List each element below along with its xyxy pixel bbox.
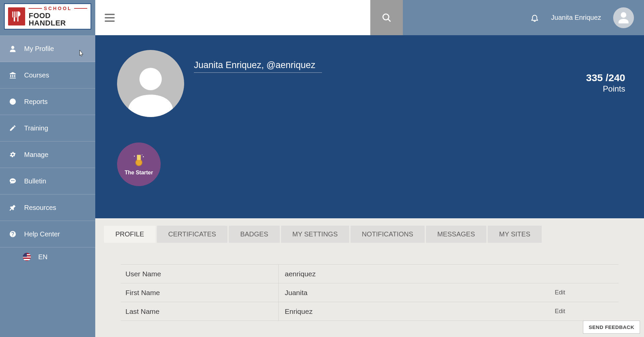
badge-label: The Starter xyxy=(125,170,153,176)
svg-rect-2 xyxy=(15,11,16,17)
sidebar: SCHOOL FOOD HANDLER My Profile Courses R… xyxy=(0,0,95,337)
topbar-left xyxy=(95,0,370,35)
institution-icon xyxy=(9,71,17,79)
pin-icon xyxy=(9,204,17,212)
svg-rect-7 xyxy=(137,155,141,160)
field-label: User Name xyxy=(121,270,278,278)
sidebar-item-reports[interactable]: Reports xyxy=(0,89,95,115)
sidebar-nav: My Profile Courses Reports Training Mana… xyxy=(0,36,95,266)
table-row: User Name aenriquez xyxy=(121,265,619,283)
flag-us-icon xyxy=(23,253,31,261)
sidebar-item-manage[interactable]: Manage xyxy=(0,142,95,168)
bell-icon xyxy=(530,13,539,22)
sidebar-item-courses[interactable]: Courses xyxy=(0,62,95,89)
send-feedback-button[interactable]: SEND FEEDBACK xyxy=(583,321,640,334)
field-label: Last Name xyxy=(121,307,278,316)
brand-mark-icon xyxy=(8,7,25,25)
tab-certificates[interactable]: CERTIFICATES xyxy=(157,226,228,243)
header-avatar[interactable] xyxy=(613,7,634,28)
profile-table: User Name aenriquez First Name Juanita E… xyxy=(121,264,619,321)
person-icon xyxy=(9,45,17,53)
sidebar-item-help-center[interactable]: Help Center xyxy=(0,221,95,247)
gear-icon xyxy=(9,151,17,159)
tab-my-settings[interactable]: MY SETTINGS xyxy=(281,226,349,243)
table-row: First Name Juanita Edit xyxy=(121,283,619,302)
tab-my-sites[interactable]: MY SITES xyxy=(488,226,542,243)
hamburger-menu-button[interactable] xyxy=(105,14,115,22)
profile-hero: Juanita Enriquez, @aenriquez 335 /240 Po… xyxy=(95,35,644,218)
sidebar-item-label: My Profile xyxy=(24,45,54,53)
topbar: Juanita Enriquez xyxy=(95,0,644,35)
svg-point-9 xyxy=(143,156,144,157)
tab-notifications[interactable]: NOTIFICATIONS xyxy=(351,226,425,243)
svg-rect-1 xyxy=(14,11,15,17)
sidebar-item-my-profile[interactable]: My Profile xyxy=(0,36,95,62)
medal-icon xyxy=(131,153,147,168)
sidebar-item-label: Bulletin xyxy=(24,177,46,185)
avatar-placeholder-icon xyxy=(124,63,177,117)
sidebar-item-label: Courses xyxy=(24,71,49,79)
language-label: EN xyxy=(38,253,48,261)
points-value: 335 /240 xyxy=(586,72,625,83)
profile-body: PROFILE CERTIFICATES BADGES MY SETTINGS … xyxy=(95,218,644,337)
profile-user-title: Juanita Enriquez, @aenriquez xyxy=(194,60,322,73)
topbar-right: Juanita Enriquez xyxy=(403,0,644,35)
points-display: 335 /240 Points xyxy=(586,72,625,94)
profile-tabs: PROFILE CERTIFICATES BADGES MY SETTINGS … xyxy=(104,226,635,243)
svg-point-4 xyxy=(383,14,389,20)
tab-badges[interactable]: BADGES xyxy=(229,226,279,243)
tab-messages[interactable]: MESSAGES xyxy=(426,226,486,243)
brand-line1: SCHOOL xyxy=(29,6,87,11)
svg-rect-3 xyxy=(14,17,15,21)
sidebar-item-label: Resources xyxy=(24,204,56,212)
sidebar-item-label: Training xyxy=(24,124,48,132)
search-icon xyxy=(382,13,392,23)
points-label: Points xyxy=(586,84,625,94)
language-selector[interactable]: EN xyxy=(0,247,95,266)
sidebar-item-training[interactable]: Training xyxy=(0,115,95,142)
svg-rect-0 xyxy=(12,11,13,17)
svg-point-6 xyxy=(136,159,142,166)
sidebar-item-bulletin[interactable]: Bulletin xyxy=(0,168,95,194)
profile-avatar[interactable] xyxy=(117,50,184,117)
field-value: Juanita xyxy=(279,289,551,297)
avatar-placeholder-icon xyxy=(617,11,630,24)
pencil-icon xyxy=(9,124,17,132)
brand-logo[interactable]: SCHOOL FOOD HANDLER xyxy=(4,3,91,30)
edit-link[interactable]: Edit xyxy=(551,289,619,296)
speech-bubble-icon xyxy=(9,177,17,185)
sidebar-item-label: Help Center xyxy=(24,230,60,238)
header-user-name[interactable]: Juanita Enriquez xyxy=(551,14,601,21)
svg-line-5 xyxy=(388,19,390,21)
pie-chart-icon xyxy=(9,98,17,106)
edit-link[interactable]: Edit xyxy=(551,308,619,315)
svg-point-8 xyxy=(134,156,135,157)
search-button[interactable] xyxy=(370,0,403,35)
notifications-button[interactable] xyxy=(530,13,539,22)
field-label: First Name xyxy=(121,289,278,297)
sidebar-item-resources[interactable]: Resources xyxy=(0,194,95,221)
brand-line2: FOOD HANDLER xyxy=(29,12,87,27)
sidebar-item-label: Manage xyxy=(24,151,48,159)
table-row: Last Name Enriquez Edit xyxy=(121,302,619,321)
svg-point-10 xyxy=(142,155,143,155)
sidebar-item-label: Reports xyxy=(24,98,48,106)
field-value: Enriquez xyxy=(279,307,551,316)
brand-text: SCHOOL FOOD HANDLER xyxy=(29,6,87,27)
main: Juanita Enriquez, @aenriquez 335 /240 Po… xyxy=(95,35,644,337)
badge-the-starter[interactable]: The Starter xyxy=(117,143,161,186)
tab-profile[interactable]: PROFILE xyxy=(104,226,156,243)
help-icon xyxy=(9,230,17,238)
field-value: aenriquez xyxy=(279,270,551,278)
